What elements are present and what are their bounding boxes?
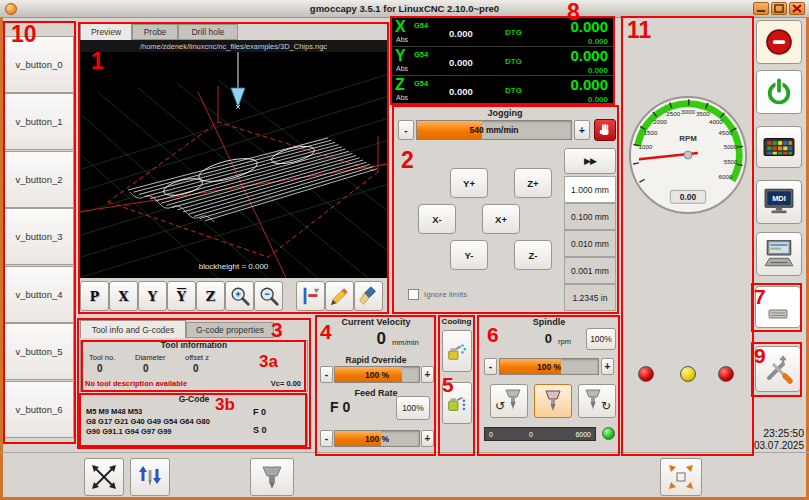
sidebar-button-5[interactable]: v_button_5	[4, 323, 74, 380]
tools-icon	[763, 354, 793, 384]
spindle-stop-icon	[538, 388, 568, 414]
tab-drill-hole[interactable]: Drill hole	[178, 24, 238, 40]
zoom-in-button[interactable]	[225, 281, 254, 311]
view-y-button[interactable]: Y	[138, 281, 167, 311]
spindle-reset-button[interactable]: 100%	[586, 328, 616, 350]
feed-minus-button[interactable]: -	[320, 430, 333, 447]
settings-screen-button[interactable]	[756, 232, 802, 276]
machine-on-button[interactable]	[756, 70, 802, 114]
estop-button[interactable]	[756, 20, 802, 64]
feed-plus-button[interactable]: +	[421, 430, 434, 447]
keyboard-icon	[763, 135, 795, 159]
flood-coolant-icon	[445, 391, 469, 415]
minimize-button[interactable]	[753, 2, 769, 15]
mdi-button[interactable]: MDI	[756, 180, 802, 224]
tool-change-button[interactable]	[130, 458, 170, 496]
sidebar-button-3[interactable]: v_button_3	[4, 208, 74, 265]
current-velocity-title: Current Velocity	[316, 317, 436, 327]
mist-coolant-icon	[445, 339, 469, 363]
jog-y-minus-button[interactable]: Y-	[450, 240, 488, 270]
maximize-button[interactable]	[771, 2, 787, 15]
sidebar-button-0[interactable]: v_button_0	[4, 36, 74, 93]
svg-text:2500: 2500	[666, 110, 680, 117]
spindle-rpm-unit: rpm	[558, 337, 571, 346]
feed-reset-button[interactable]: 100%	[396, 396, 430, 420]
mist-coolant-button[interactable]	[442, 330, 472, 372]
spindle-override-slider[interactable]: 100 %	[499, 358, 599, 375]
expand-icon	[667, 463, 695, 491]
spindle-speed-bar: 0 0 6000	[484, 427, 596, 441]
jog-y-plus-button[interactable]: Y+	[450, 168, 488, 198]
sidebar-button-1[interactable]: v_button_1	[4, 93, 74, 150]
virtual-keyboard-button[interactable]	[756, 126, 802, 168]
jog-increment-4[interactable]: 0.001 mm	[564, 257, 616, 284]
zoom-out-button[interactable]	[254, 281, 283, 311]
spindle-stop-button[interactable]	[534, 384, 572, 418]
view-z-button[interactable]: Z	[196, 281, 225, 311]
fullscreen-button[interactable]	[660, 458, 702, 496]
flood-coolant-button[interactable]	[442, 382, 472, 424]
jog-speed-minus-button[interactable]: -	[398, 120, 414, 140]
settings-tools-button[interactable]	[755, 346, 801, 392]
tab-probe[interactable]: Probe	[132, 24, 178, 40]
jog-x-plus-button[interactable]: X+	[482, 204, 520, 234]
sidebar-button-6[interactable]: v_button_6	[4, 381, 74, 438]
dro-axis-x[interactable]: X G54 Abs 0.000 DTG 0.000 0.000	[391, 18, 613, 47]
feed-override-slider[interactable]: 100 %	[334, 430, 420, 447]
show-keyboard-button[interactable]	[755, 286, 801, 328]
jog-z-plus-button[interactable]: Z+	[514, 168, 552, 198]
tool-arrows-icon	[136, 463, 164, 491]
spindle-ccw-button[interactable]: ↺	[490, 384, 528, 418]
svg-text:6000: 6000	[719, 173, 733, 180]
cooling-title: Cooling	[438, 317, 475, 326]
spindle-cw-button[interactable]: ↻	[578, 384, 616, 418]
sidebar-button-4[interactable]: v_button_4	[4, 266, 74, 323]
gauge-unit-label: RPM	[679, 134, 697, 143]
rapid-plus-button[interactable]: +	[421, 366, 434, 383]
window-title: gmoccapy 3.5.1 for LinuxCNC 2.10.0~pre0	[0, 3, 809, 14]
active-gcodes-2: G90 G91.1 G94 G97 G99	[86, 427, 171, 436]
tool-spindle-button[interactable]	[250, 458, 294, 496]
gremlin-preview[interactable]: blockheight = 0.000	[78, 52, 389, 278]
jog-increment-2[interactable]: 0.100 mm	[564, 203, 616, 230]
bottombar-divider	[0, 452, 809, 453]
power-icon	[765, 78, 793, 106]
jog-increment-5[interactable]: 1.2345 in	[564, 284, 616, 311]
jog-increment-3[interactable]: 0.010 mm	[564, 230, 616, 257]
vc-value: Vc= 0.00	[271, 379, 301, 388]
ignore-limits-checkbox[interactable]	[408, 289, 419, 300]
dro-axis-z[interactable]: Z G54 Abs 0.000 DTG 0.000 0.000	[391, 76, 613, 105]
touch-off-xy-button[interactable]	[84, 458, 124, 496]
sidebar-button-2[interactable]: v_button_2	[4, 151, 74, 208]
jog-speed-slider[interactable]: 540 mm/min	[416, 120, 572, 140]
jogging-title: Jogging	[392, 108, 618, 118]
edit-gcode-button[interactable]	[325, 281, 354, 311]
clear-plot-button[interactable]	[354, 281, 383, 311]
jog-x-minus-button[interactable]: X-	[418, 204, 456, 234]
dro-axis-y[interactable]: Y G54 Abs 0.000 DTG 0.000 0.000	[391, 47, 613, 76]
jog-speed-plus-button[interactable]: +	[574, 120, 590, 140]
tool-dimension-button[interactable]	[296, 281, 325, 311]
no-tool-warning: No tool description available	[85, 379, 187, 388]
turtle-jog-button[interactable]	[594, 119, 616, 141]
spindle-title: Spindle	[478, 317, 620, 327]
view-y2-button[interactable]: Y	[167, 281, 196, 311]
tab-preview[interactable]: Preview	[80, 22, 132, 40]
s-word: S 0	[253, 425, 267, 435]
spindle-minus-button[interactable]: -	[484, 358, 497, 375]
jog-z-minus-button[interactable]: Z-	[514, 240, 552, 270]
jog-fast-button[interactable]: ▶▶	[564, 148, 616, 174]
spindle-plus-button[interactable]: +	[601, 358, 614, 375]
titlebar: gmoccapy 3.5.1 for LinuxCNC 2.10.0~pre0	[0, 0, 809, 18]
close-button[interactable]	[789, 2, 805, 15]
clock-date: 03.07.2025	[744, 440, 804, 451]
view-p-button[interactable]: P	[80, 281, 109, 311]
tab-tool-info[interactable]: Tool info and G-codes	[80, 320, 186, 338]
view-x-button[interactable]: X	[109, 281, 138, 311]
crossed-arrows-icon	[90, 463, 118, 491]
jog-increment-1[interactable]: 1.000 mm	[564, 176, 616, 203]
rapid-minus-button[interactable]: -	[320, 366, 333, 383]
rapid-override-slider[interactable]: 100 %	[334, 366, 420, 383]
spindle-cw-icon: ↻	[582, 388, 612, 414]
tab-gcode-properties[interactable]: G-code properties	[186, 322, 274, 338]
